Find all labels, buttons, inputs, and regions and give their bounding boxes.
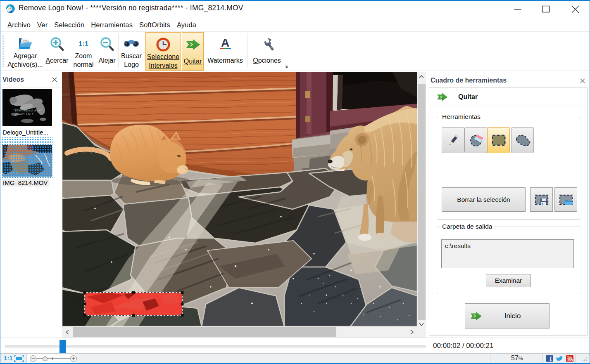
svg-text:f: f	[550, 356, 552, 362]
svg-text:"1950's musical dead": "1950's musical dead"	[13, 109, 41, 112]
svg-text:A: A	[221, 36, 229, 49]
svg-text:Tube: Tube	[566, 359, 573, 362]
svg-text:You: You	[567, 356, 572, 359]
svg-text:episode: The F.: episode: The F.	[14, 112, 34, 116]
